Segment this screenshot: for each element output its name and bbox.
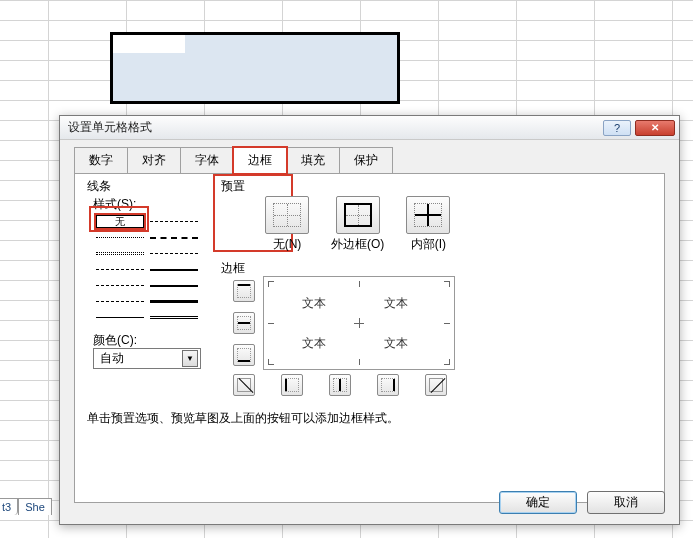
line-group: 线条 <box>85 178 215 195</box>
border-side-column <box>233 280 255 366</box>
preset-outline-icon <box>344 203 372 227</box>
line-style-3[interactable] <box>96 263 144 276</box>
line-style-5[interactable] <box>96 295 144 308</box>
preview-text-tr: 文本 <box>384 295 408 312</box>
line-color-value: 自动 <box>100 350 124 367</box>
border-left-icon <box>285 378 299 392</box>
line-style-7[interactable] <box>150 215 198 228</box>
preview-text-bl: 文本 <box>302 335 326 352</box>
tab-alignment[interactable]: 对齐 <box>127 147 181 174</box>
tab-fill[interactable]: 填充 <box>286 147 340 174</box>
line-style-1[interactable] <box>96 231 144 244</box>
tab-protection[interactable]: 保护 <box>339 147 393 174</box>
tab-font[interactable]: 字体 <box>180 147 234 174</box>
border-bottom-button[interactable] <box>233 344 255 366</box>
format-cells-dialog: 设置单元格格式 ? ✕ 数字 对齐 字体 边框 填充 保护 线条 样式(S): … <box>59 115 680 525</box>
preset-group-label: 预置 <box>221 178 245 195</box>
line-style-8[interactable] <box>150 231 198 244</box>
border-left-button[interactable] <box>281 374 303 396</box>
line-style-list[interactable]: 无 <box>93 212 201 322</box>
hint-text: 单击预置选项、预览草图及上面的按钮可以添加边框样式。 <box>87 410 399 427</box>
preset-inside-label: 内部(I) <box>411 236 446 253</box>
border-top-button[interactable] <box>233 280 255 302</box>
border-preview[interactable]: 文本 文本 文本 文本 <box>263 276 455 370</box>
sheet-tab-next[interactable]: She <box>18 498 52 515</box>
border-tab-page: 线条 样式(S): 无 颜色(C): 自动 ▼ 预置 <box>74 173 665 503</box>
border-side-row <box>233 374 447 396</box>
preset-inside-icon <box>414 203 442 227</box>
tab-number[interactable]: 数字 <box>74 147 128 174</box>
border-hmiddle-button[interactable] <box>233 312 255 334</box>
preset-outline-button[interactable] <box>336 196 380 234</box>
line-style-4[interactable] <box>96 279 144 292</box>
preset-none-icon <box>273 203 301 227</box>
dialog-button-row: 确定 取消 <box>499 491 665 514</box>
active-cell <box>113 35 185 53</box>
border-group-label: 边框 <box>221 260 245 277</box>
line-style-9[interactable] <box>150 247 198 260</box>
preview-text-br: 文本 <box>384 335 408 352</box>
preset-none-button[interactable] <box>265 196 309 234</box>
tab-border[interactable]: 边框 <box>233 147 287 174</box>
line-style-10[interactable] <box>150 263 198 276</box>
preset-none: 无(N) <box>265 196 309 253</box>
border-diag-down-button[interactable] <box>425 374 447 396</box>
border-diag-up-icon <box>237 378 251 392</box>
preview-text-tl: 文本 <box>302 295 326 312</box>
help-button[interactable]: ? <box>603 120 631 136</box>
sheet-tab-bar: t3 She <box>0 496 52 516</box>
border-right-button[interactable] <box>377 374 399 396</box>
border-bottom-icon <box>237 348 251 362</box>
cell-selection <box>110 32 400 104</box>
preset-none-label: 无(N) <box>273 236 302 253</box>
preset-outline-label: 外边框(O) <box>331 236 384 253</box>
border-hmiddle-icon <box>237 316 251 330</box>
border-right-icon <box>381 378 395 392</box>
preset-row: 无(N) 外边框(O) 内部(I) <box>265 196 450 253</box>
preset-inside-button[interactable] <box>406 196 450 234</box>
border-vmiddle-button[interactable] <box>329 374 351 396</box>
close-button[interactable]: ✕ <box>635 120 675 136</box>
line-style-6[interactable] <box>96 311 144 324</box>
color-label: 颜色(C): <box>93 332 137 349</box>
line-color-select[interactable]: 自动 ▼ <box>93 348 201 369</box>
sheet-tab-partial[interactable]: t3 <box>0 498 18 515</box>
line-style-none[interactable]: 无 <box>96 215 144 228</box>
preset-outline: 外边框(O) <box>331 196 384 253</box>
preset-inside: 内部(I) <box>406 196 450 253</box>
style-label: 样式(S): <box>93 196 136 213</box>
dialog-titlebar: 设置单元格格式 ? ✕ <box>60 116 679 140</box>
dialog-title: 设置单元格格式 <box>68 119 152 136</box>
border-diag-down-icon <box>429 378 443 392</box>
border-vmiddle-icon <box>333 378 347 392</box>
border-top-icon <box>237 284 251 298</box>
tab-strip: 数字 对齐 字体 边框 填充 保护 <box>60 140 679 173</box>
line-style-12[interactable] <box>150 295 198 308</box>
cancel-button[interactable]: 取消 <box>587 491 665 514</box>
line-group-label: 线条 <box>85 179 113 193</box>
line-style-11[interactable] <box>150 279 198 292</box>
line-style-13[interactable] <box>150 311 198 324</box>
line-style-2[interactable] <box>96 247 144 260</box>
border-diag-up-button[interactable] <box>233 374 255 396</box>
ok-button[interactable]: 确定 <box>499 491 577 514</box>
chevron-down-icon[interactable]: ▼ <box>182 350 198 367</box>
